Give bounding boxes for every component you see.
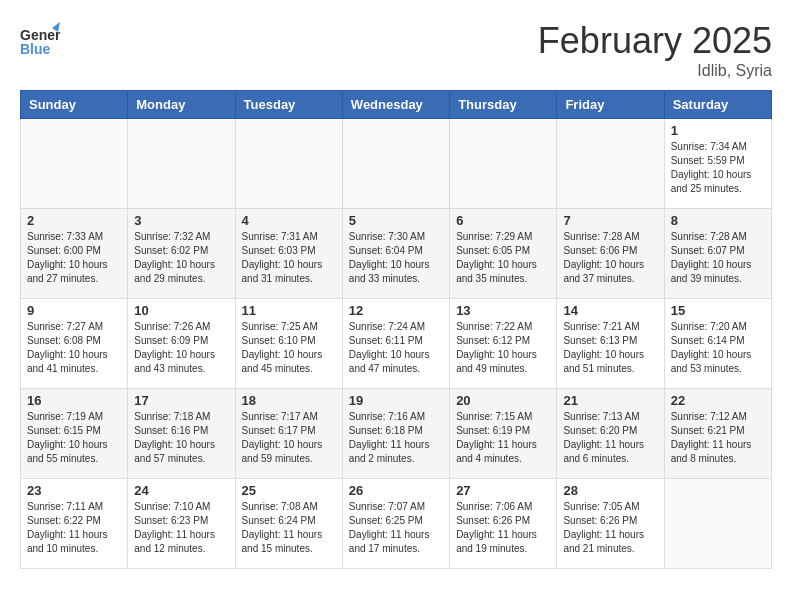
weekday-header-thursday: Thursday <box>450 91 557 119</box>
day-number: 18 <box>242 393 336 408</box>
day-cell <box>235 119 342 209</box>
day-info: Sunrise: 7:29 AM Sunset: 6:05 PM Dayligh… <box>456 230 550 286</box>
day-cell: 14Sunrise: 7:21 AM Sunset: 6:13 PM Dayli… <box>557 299 664 389</box>
day-info: Sunrise: 7:30 AM Sunset: 6:04 PM Dayligh… <box>349 230 443 286</box>
day-info: Sunrise: 7:12 AM Sunset: 6:21 PM Dayligh… <box>671 410 765 466</box>
location-subtitle: Idlib, Syria <box>538 62 772 80</box>
day-cell: 1Sunrise: 7:34 AM Sunset: 5:59 PM Daylig… <box>664 119 771 209</box>
day-info: Sunrise: 7:26 AM Sunset: 6:09 PM Dayligh… <box>134 320 228 376</box>
day-cell: 6Sunrise: 7:29 AM Sunset: 6:05 PM Daylig… <box>450 209 557 299</box>
weekday-header-saturday: Saturday <box>664 91 771 119</box>
day-number: 16 <box>27 393 121 408</box>
day-number: 20 <box>456 393 550 408</box>
day-number: 3 <box>134 213 228 228</box>
day-cell <box>342 119 449 209</box>
weekday-header-tuesday: Tuesday <box>235 91 342 119</box>
day-number: 6 <box>456 213 550 228</box>
day-cell: 7Sunrise: 7:28 AM Sunset: 6:06 PM Daylig… <box>557 209 664 299</box>
day-info: Sunrise: 7:31 AM Sunset: 6:03 PM Dayligh… <box>242 230 336 286</box>
weekday-header-row: SundayMondayTuesdayWednesdayThursdayFrid… <box>21 91 772 119</box>
day-info: Sunrise: 7:24 AM Sunset: 6:11 PM Dayligh… <box>349 320 443 376</box>
day-number: 26 <box>349 483 443 498</box>
day-cell: 10Sunrise: 7:26 AM Sunset: 6:09 PM Dayli… <box>128 299 235 389</box>
day-info: Sunrise: 7:33 AM Sunset: 6:00 PM Dayligh… <box>27 230 121 286</box>
day-number: 17 <box>134 393 228 408</box>
day-number: 8 <box>671 213 765 228</box>
day-cell: 5Sunrise: 7:30 AM Sunset: 6:04 PM Daylig… <box>342 209 449 299</box>
day-number: 25 <box>242 483 336 498</box>
day-cell: 23Sunrise: 7:11 AM Sunset: 6:22 PM Dayli… <box>21 479 128 569</box>
day-info: Sunrise: 7:08 AM Sunset: 6:24 PM Dayligh… <box>242 500 336 556</box>
day-cell: 2Sunrise: 7:33 AM Sunset: 6:00 PM Daylig… <box>21 209 128 299</box>
day-cell: 12Sunrise: 7:24 AM Sunset: 6:11 PM Dayli… <box>342 299 449 389</box>
day-cell: 25Sunrise: 7:08 AM Sunset: 6:24 PM Dayli… <box>235 479 342 569</box>
day-cell: 3Sunrise: 7:32 AM Sunset: 6:02 PM Daylig… <box>128 209 235 299</box>
day-cell: 18Sunrise: 7:17 AM Sunset: 6:17 PM Dayli… <box>235 389 342 479</box>
day-number: 11 <box>242 303 336 318</box>
day-number: 28 <box>563 483 657 498</box>
day-info: Sunrise: 7:15 AM Sunset: 6:19 PM Dayligh… <box>456 410 550 466</box>
day-number: 24 <box>134 483 228 498</box>
day-info: Sunrise: 7:25 AM Sunset: 6:10 PM Dayligh… <box>242 320 336 376</box>
logo: General Blue <box>20 20 60 60</box>
week-row-5: 23Sunrise: 7:11 AM Sunset: 6:22 PM Dayli… <box>21 479 772 569</box>
page-header: General Blue February 2025 Idlib, Syria <box>20 20 772 80</box>
day-cell: 27Sunrise: 7:06 AM Sunset: 6:26 PM Dayli… <box>450 479 557 569</box>
weekday-header-monday: Monday <box>128 91 235 119</box>
day-number: 12 <box>349 303 443 318</box>
day-info: Sunrise: 7:28 AM Sunset: 6:06 PM Dayligh… <box>563 230 657 286</box>
day-cell <box>450 119 557 209</box>
day-cell: 24Sunrise: 7:10 AM Sunset: 6:23 PM Dayli… <box>128 479 235 569</box>
day-info: Sunrise: 7:21 AM Sunset: 6:13 PM Dayligh… <box>563 320 657 376</box>
day-cell: 26Sunrise: 7:07 AM Sunset: 6:25 PM Dayli… <box>342 479 449 569</box>
day-info: Sunrise: 7:10 AM Sunset: 6:23 PM Dayligh… <box>134 500 228 556</box>
day-number: 27 <box>456 483 550 498</box>
day-cell: 8Sunrise: 7:28 AM Sunset: 6:07 PM Daylig… <box>664 209 771 299</box>
day-cell <box>664 479 771 569</box>
day-cell: 4Sunrise: 7:31 AM Sunset: 6:03 PM Daylig… <box>235 209 342 299</box>
day-number: 7 <box>563 213 657 228</box>
week-row-3: 9Sunrise: 7:27 AM Sunset: 6:08 PM Daylig… <box>21 299 772 389</box>
day-info: Sunrise: 7:27 AM Sunset: 6:08 PM Dayligh… <box>27 320 121 376</box>
day-info: Sunrise: 7:20 AM Sunset: 6:14 PM Dayligh… <box>671 320 765 376</box>
title-block: February 2025 Idlib, Syria <box>538 20 772 80</box>
day-number: 4 <box>242 213 336 228</box>
day-info: Sunrise: 7:11 AM Sunset: 6:22 PM Dayligh… <box>27 500 121 556</box>
day-info: Sunrise: 7:17 AM Sunset: 6:17 PM Dayligh… <box>242 410 336 466</box>
week-row-1: 1Sunrise: 7:34 AM Sunset: 5:59 PM Daylig… <box>21 119 772 209</box>
day-info: Sunrise: 7:34 AM Sunset: 5:59 PM Dayligh… <box>671 140 765 196</box>
day-number: 5 <box>349 213 443 228</box>
day-info: Sunrise: 7:18 AM Sunset: 6:16 PM Dayligh… <box>134 410 228 466</box>
day-cell: 19Sunrise: 7:16 AM Sunset: 6:18 PM Dayli… <box>342 389 449 479</box>
day-cell <box>21 119 128 209</box>
week-row-4: 16Sunrise: 7:19 AM Sunset: 6:15 PM Dayli… <box>21 389 772 479</box>
week-row-2: 2Sunrise: 7:33 AM Sunset: 6:00 PM Daylig… <box>21 209 772 299</box>
day-cell: 20Sunrise: 7:15 AM Sunset: 6:19 PM Dayli… <box>450 389 557 479</box>
day-number: 1 <box>671 123 765 138</box>
day-info: Sunrise: 7:16 AM Sunset: 6:18 PM Dayligh… <box>349 410 443 466</box>
day-info: Sunrise: 7:13 AM Sunset: 6:20 PM Dayligh… <box>563 410 657 466</box>
day-info: Sunrise: 7:22 AM Sunset: 6:12 PM Dayligh… <box>456 320 550 376</box>
day-info: Sunrise: 7:19 AM Sunset: 6:15 PM Dayligh… <box>27 410 121 466</box>
day-cell: 16Sunrise: 7:19 AM Sunset: 6:15 PM Dayli… <box>21 389 128 479</box>
day-cell: 9Sunrise: 7:27 AM Sunset: 6:08 PM Daylig… <box>21 299 128 389</box>
day-number: 23 <box>27 483 121 498</box>
day-number: 22 <box>671 393 765 408</box>
day-number: 9 <box>27 303 121 318</box>
day-cell <box>557 119 664 209</box>
day-info: Sunrise: 7:28 AM Sunset: 6:07 PM Dayligh… <box>671 230 765 286</box>
day-info: Sunrise: 7:32 AM Sunset: 6:02 PM Dayligh… <box>134 230 228 286</box>
day-number: 15 <box>671 303 765 318</box>
svg-text:Blue: Blue <box>20 41 51 57</box>
day-number: 2 <box>27 213 121 228</box>
day-cell: 21Sunrise: 7:13 AM Sunset: 6:20 PM Dayli… <box>557 389 664 479</box>
month-year-title: February 2025 <box>538 20 772 62</box>
day-number: 19 <box>349 393 443 408</box>
calendar-table: SundayMondayTuesdayWednesdayThursdayFrid… <box>20 90 772 569</box>
day-cell: 11Sunrise: 7:25 AM Sunset: 6:10 PM Dayli… <box>235 299 342 389</box>
weekday-header-wednesday: Wednesday <box>342 91 449 119</box>
day-info: Sunrise: 7:06 AM Sunset: 6:26 PM Dayligh… <box>456 500 550 556</box>
day-info: Sunrise: 7:07 AM Sunset: 6:25 PM Dayligh… <box>349 500 443 556</box>
day-number: 21 <box>563 393 657 408</box>
weekday-header-friday: Friday <box>557 91 664 119</box>
